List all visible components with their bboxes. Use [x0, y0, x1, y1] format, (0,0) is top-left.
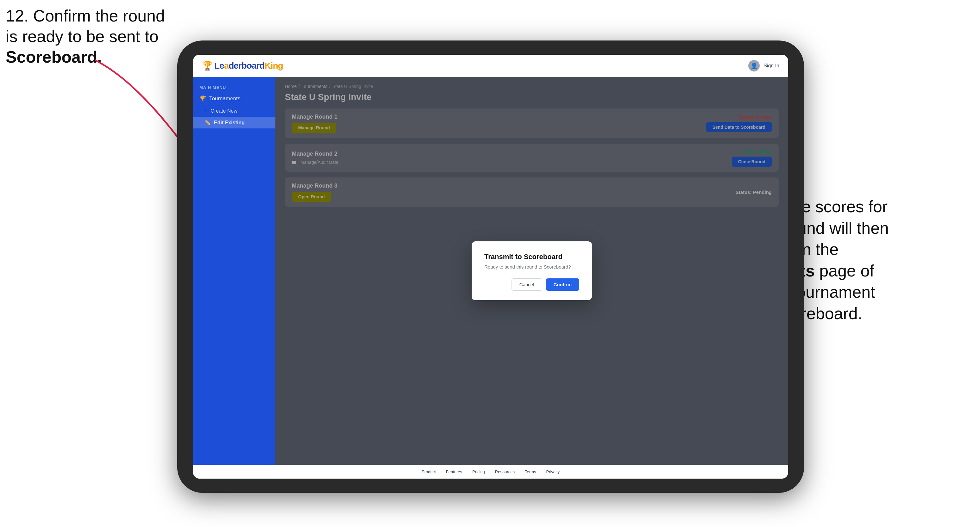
- modal-buttons: Cancel Confirm: [484, 278, 579, 291]
- instruction-bold: Scoreboard.: [6, 48, 102, 66]
- footer-link-privacy[interactable]: Privacy: [546, 470, 560, 474]
- instruction-top: 12. Confirm the round is ready to be sen…: [6, 6, 183, 67]
- modal-box: Transmit to Scoreboard Ready to send thi…: [472, 241, 592, 300]
- edit-existing-label: Edit Existing: [214, 120, 245, 125]
- create-new-label: Create New: [210, 108, 237, 114]
- footer-link-resources[interactable]: Resources: [495, 470, 515, 474]
- tournaments-label: Tournaments: [209, 95, 240, 102]
- sidebar-item-tournaments[interactable]: 🏆 Tournaments: [193, 92, 275, 105]
- modal-overlay: Transmit to Scoreboard Ready to send thi…: [275, 77, 788, 465]
- footer-link-pricing[interactable]: Pricing: [472, 470, 485, 474]
- footer-link-product[interactable]: Product: [422, 470, 436, 474]
- user-avatar: 👤: [748, 60, 760, 71]
- content-area: Home / Tournaments / State U Spring Invi…: [275, 77, 788, 465]
- top-nav: 🏆 LeaderboardKing 👤 Sign In: [193, 55, 788, 77]
- tablet-frame: 🏆 LeaderboardKing 👤 Sign In MAIN MENU 🏆 …: [177, 40, 804, 493]
- tablet-footer: Product Features Pricing Resources Terms…: [193, 465, 788, 479]
- sidebar-section-label: MAIN MENU: [193, 83, 275, 92]
- footer-link-terms[interactable]: Terms: [525, 470, 536, 474]
- instruction-line1: 12. Confirm the round: [6, 6, 165, 25]
- instruction-line2: is ready to be sent to: [6, 27, 159, 46]
- plus-icon: +: [204, 108, 207, 114]
- sidebar-sub-create-new[interactable]: + Create New: [193, 105, 275, 117]
- trophy-icon: 🏆: [199, 95, 206, 102]
- logo-area: 🏆 LeaderboardKing: [202, 60, 283, 71]
- sidebar: MAIN MENU 🏆 Tournaments + Create New ✏️ …: [193, 77, 275, 465]
- nav-right: 👤 Sign In: [748, 60, 779, 71]
- sidebar-sub-edit-existing[interactable]: ✏️ Edit Existing: [193, 117, 275, 129]
- modal-confirm-button[interactable]: Confirm: [546, 278, 579, 291]
- logo-icon: 🏆: [202, 60, 213, 71]
- logo-text: LeaderboardKing: [214, 61, 283, 71]
- tablet-screen: 🏆 LeaderboardKing 👤 Sign In MAIN MENU 🏆 …: [193, 55, 788, 479]
- modal-title: Transmit to Scoreboard: [484, 253, 579, 261]
- edit-icon: ✏️: [204, 119, 211, 125]
- modal-cancel-button[interactable]: Cancel: [512, 278, 542, 291]
- signin-label[interactable]: Sign In: [764, 63, 779, 69]
- main-area: MAIN MENU 🏆 Tournaments + Create New ✏️ …: [193, 77, 788, 465]
- modal-subtitle: Ready to send this round to Scoreboard?: [484, 264, 579, 270]
- footer-link-features[interactable]: Features: [446, 470, 462, 474]
